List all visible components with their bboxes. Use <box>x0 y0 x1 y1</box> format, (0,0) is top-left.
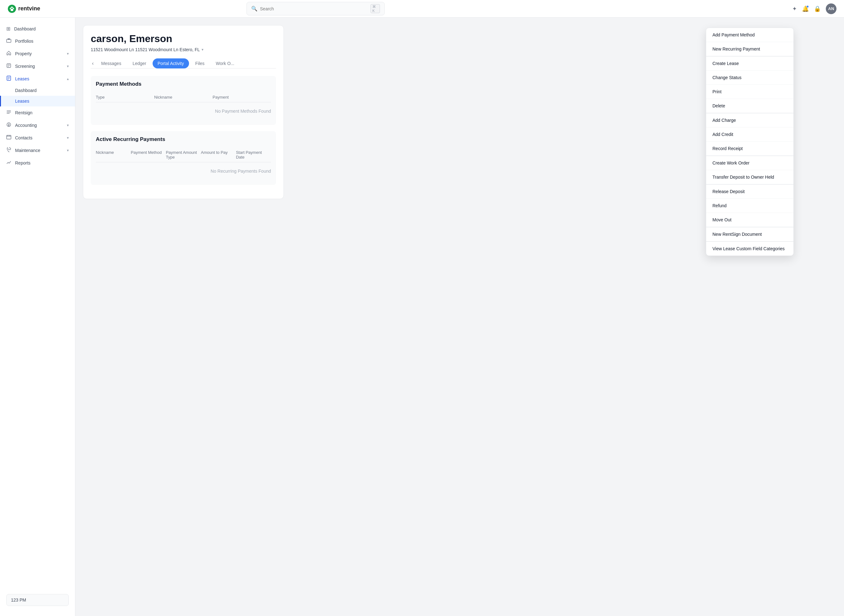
rcol-start-date: Start Payment Date <box>236 150 271 160</box>
rcol-amount: Amount to Pay <box>201 150 236 160</box>
maintenance-icon <box>6 147 11 154</box>
sidebar-footer: 123 PM <box>0 589 75 611</box>
dropdown-item-move-out[interactable]: Move Out <box>706 213 793 227</box>
leases-chevron: ▴ <box>67 76 69 81</box>
recurring-payments-title: Active Recurring Payments <box>96 136 271 142</box>
sidebar-label-accounting: Accounting <box>15 123 37 128</box>
dropdown-item-create-lease[interactable]: Create Lease <box>706 57 793 70</box>
sidebar-label-leases: Leases <box>15 76 29 81</box>
app-name: rentvine <box>18 5 40 12</box>
address-text: 11521 Woodmount Ln 11521 Woodmount Ln Es… <box>91 47 200 52</box>
tab-ledger[interactable]: Ledger <box>128 59 151 69</box>
dropdown-item-new-rentsign[interactable]: New RentSign Document <box>706 227 793 241</box>
dropdown-item-add-payment-method[interactable]: Add Payment Method <box>706 28 793 42</box>
sidebar-item-reports[interactable]: Reports <box>0 157 75 169</box>
payment-methods-title: Payment Methods <box>96 81 271 87</box>
sidebar-label-dashboard: Dashboard <box>14 26 36 31</box>
dropdown-item-delete[interactable]: Delete <box>706 99 793 113</box>
property-chevron: ▾ <box>67 51 69 56</box>
address-chevron-icon[interactable]: ▾ <box>201 47 204 52</box>
sidebar-label-screening: Screening <box>15 64 35 69</box>
dropdown-item-change-status[interactable]: Change Status <box>706 70 793 85</box>
sidebar-item-dashboard[interactable]: ⊞ Dashboard <box>0 23 75 35</box>
dropdown-item-add-charge[interactable]: Add Charge <box>706 113 793 128</box>
lock-icon: 🔒 <box>814 5 821 12</box>
sidebar-item-leases-dashboard[interactable]: Dashboard <box>0 85 75 96</box>
tenant-name: carson, Emerson <box>91 33 276 45</box>
dropdown-item-refund[interactable]: Refund <box>706 199 793 213</box>
leases-leases-label: Leases <box>15 98 29 104</box>
tab-prev-button[interactable]: ‹ <box>91 59 95 67</box>
ai-assistant-button[interactable]: ✦ <box>792 5 797 12</box>
rcol-nickname: Nickname <box>96 150 131 160</box>
search-input[interactable] <box>260 6 368 11</box>
rcol-payment-type: Payment Amount Type <box>166 150 201 160</box>
sidebar-label-maintenance: Maintenance <box>15 148 40 153</box>
user-avatar[interactable]: AN <box>826 3 837 14</box>
top-nav: rentvine 🔍 ⌘ K ✦ 🔔 🔒 AN <box>0 0 844 18</box>
payment-methods-header: Type Nickname Payment <box>96 92 271 102</box>
leases-submenu: Dashboard Leases <box>0 85 75 106</box>
rcol-payment-method: Payment Method <box>131 150 166 160</box>
dashboard-icon: ⊞ <box>6 26 10 32</box>
sidebar-label-rentsign: Rentsign <box>15 110 32 115</box>
security-button[interactable]: 🔒 <box>814 5 821 12</box>
leases-dashboard-label: Dashboard <box>15 88 37 93</box>
col-payment: Payment <box>213 95 271 100</box>
sidebar-label-reports: Reports <box>15 160 31 166</box>
sparkle-icon: ✦ <box>792 5 797 12</box>
search-bar[interactable]: 🔍 ⌘ K <box>247 2 385 15</box>
search-icon: 🔍 <box>251 6 257 12</box>
recurring-payments-header: Nickname Payment Method Payment Amount T… <box>96 148 271 162</box>
tab-work-orders[interactable]: Work O... <box>211 59 239 69</box>
screening-icon <box>6 63 11 69</box>
dropdown-item-new-recurring-payment[interactable]: New Recurring Payment <box>706 42 793 56</box>
svg-rect-7 <box>7 135 11 139</box>
portfolios-icon <box>6 38 11 44</box>
property-icon <box>6 51 11 57</box>
dropdown-item-view-lease-custom[interactable]: View Lease Custom Field Categories <box>706 242 793 255</box>
rentsign-icon <box>6 110 11 116</box>
sidebar-label-property: Property <box>15 51 32 56</box>
leases-icon <box>6 76 11 82</box>
sidebar-time: 123 PM <box>6 594 69 606</box>
payment-methods-empty: No Payment Methods Found <box>96 102 271 120</box>
sidebar-item-leases-leases[interactable]: Leases <box>0 96 75 106</box>
dropdown-item-release-deposit[interactable]: Release Deposit <box>706 185 793 199</box>
sidebar-item-property[interactable]: Property ▾ <box>0 47 75 60</box>
dropdown-item-create-work-order[interactable]: Create Work Order <box>706 156 793 170</box>
screening-chevron: ▾ <box>67 64 69 69</box>
accounting-icon <box>6 122 11 128</box>
col-type: Type <box>96 95 154 100</box>
sidebar-item-rentsign[interactable]: Rentsign <box>0 106 75 119</box>
sidebar-label-portfolios: Portfolios <box>15 39 33 44</box>
app-logo[interactable]: rentvine <box>7 4 40 13</box>
sidebar-item-maintenance[interactable]: Maintenance ▾ <box>0 144 75 157</box>
sidebar-item-screening[interactable]: Screening ▾ <box>0 60 75 73</box>
tenant-card: carson, Emerson 11521 Woodmount Ln 11521… <box>83 25 284 199</box>
sidebar-item-accounting[interactable]: Accounting ▾ <box>0 119 75 132</box>
svg-rect-1 <box>11 9 13 11</box>
recurring-payments-empty: No Recurring Payments Found <box>96 162 271 180</box>
search-kbd: ⌘ K <box>370 4 380 13</box>
nav-icons: ✦ 🔔 🔒 AN <box>792 3 837 14</box>
sidebar-item-contacts[interactable]: Contacts ▾ <box>0 132 75 144</box>
reports-icon <box>6 160 11 166</box>
dropdown-item-add-credit[interactable]: Add Credit <box>706 128 793 142</box>
tab-files[interactable]: Files <box>190 59 210 69</box>
payment-methods-section: Payment Methods Type Nickname Payment No… <box>91 76 276 125</box>
sidebar-item-portfolios[interactable]: Portfolios <box>0 35 75 47</box>
tab-portal-activity[interactable]: Portal Activity <box>153 59 189 69</box>
tab-messages[interactable]: Messages <box>96 59 126 69</box>
address-row: 11521 Woodmount Ln 11521 Woodmount Ln Es… <box>91 47 276 52</box>
tabs: ‹ Messages Ledger Portal Activity Files … <box>91 59 276 69</box>
contacts-chevron: ▾ <box>67 136 69 140</box>
notifications-button[interactable]: 🔔 <box>802 5 809 12</box>
sidebar-item-leases[interactable]: Leases ▴ <box>0 73 75 85</box>
sidebar-label-contacts: Contacts <box>15 135 32 140</box>
col-nickname: Nickname <box>154 95 213 100</box>
dropdown-item-print[interactable]: Print <box>706 85 793 99</box>
dropdown-item-record-receipt[interactable]: Record Receipt <box>706 142 793 156</box>
dropdown-item-transfer-deposit[interactable]: Transfer Deposit to Owner Held <box>706 170 793 184</box>
logo-icon <box>7 4 16 13</box>
